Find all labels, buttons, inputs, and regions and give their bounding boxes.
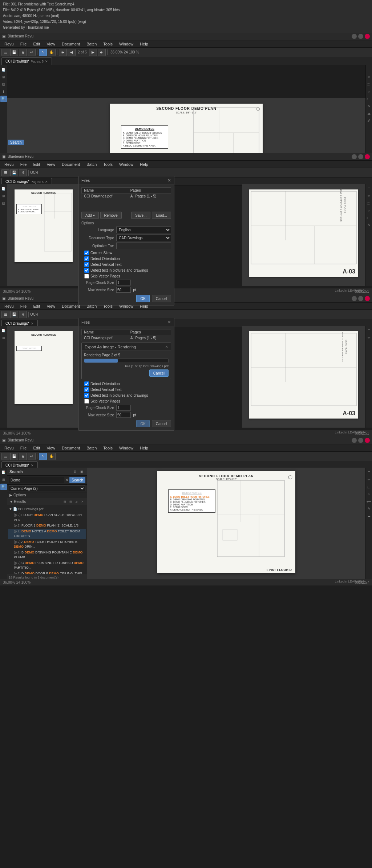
tool4-cursor[interactable]: ↖ [39, 453, 47, 460]
menu2-help[interactable]: Help [137, 161, 151, 167]
menu4-help[interactable]: Help [137, 445, 151, 451]
vector-input-3[interactable] [116, 412, 131, 418]
minimize-btn-3[interactable] [352, 296, 357, 301]
right4-tool-6[interactable]: ✎ [366, 505, 372, 512]
cb-vert-check-2[interactable] [84, 262, 89, 267]
right-tool-7[interactable]: ☁ [366, 110, 372, 117]
cb-skew-check-2[interactable] [84, 251, 89, 255]
search-clear-btn-4[interactable]: ✕ [65, 477, 69, 483]
maximize-btn-1[interactable] [358, 34, 363, 39]
menu2-revu[interactable]: Revu [1, 161, 17, 167]
sidebar2-thumbnails[interactable]: ⊞ [0, 193, 7, 199]
right4-tool-3[interactable]: ⬚ [366, 484, 372, 490]
tool4-save[interactable]: 💾 [10, 453, 18, 460]
maximize-btn-2[interactable] [358, 154, 363, 159]
tree-result-7[interactable]: (p.2) D DEMO DOOR F DEMO CEILING, THIS A… [8, 571, 86, 574]
options-expand-4[interactable]: ▶ Options [7, 492, 87, 498]
save-btn-2[interactable]: Save... [131, 212, 150, 219]
sidebar2-layers[interactable]: ◱ [0, 200, 7, 207]
right-tool-3[interactable]: ⬚ [366, 81, 372, 88]
search-header-icon-2[interactable]: ▣ [79, 469, 85, 475]
tab-cci-1[interactable]: CCI Drawings* Pages: 5 ✕ [1, 57, 52, 65]
results-collapse-all-btn[interactable]: ⊟ [68, 499, 73, 504]
sidebar4-bookmarks[interactable]: 📑 [0, 469, 7, 476]
menu3-edit[interactable]: Edit [30, 303, 43, 309]
menu-tools[interactable]: Tools [100, 41, 116, 47]
tool2-panels[interactable]: ☰ [1, 169, 9, 176]
optimize-input-2[interactable] [116, 243, 171, 249]
cb-pics-check-2[interactable] [84, 268, 89, 273]
tool3-save[interactable]: 💾 [10, 311, 18, 318]
tool4-panels[interactable]: ☰ [1, 453, 9, 460]
menu2-document[interactable]: Document [59, 161, 83, 167]
menu-edit[interactable]: Edit [30, 41, 43, 47]
tab-close-3[interactable]: ✕ [31, 322, 34, 325]
tool2-save[interactable]: 💾 [10, 169, 18, 176]
load-btn-2[interactable]: Load... [152, 212, 171, 219]
menu-help[interactable]: Help [137, 41, 151, 47]
tree-result-4[interactable]: (p.2) A DEMO TOILET ROOM FIXTURES B DEMO… [8, 539, 86, 550]
doctype-select-2[interactable]: CAD Drawings [116, 235, 171, 241]
nav-first[interactable]: ⏮ [59, 49, 67, 56]
menu2-edit[interactable]: Edit [30, 161, 43, 167]
cb-pics-check-3[interactable] [84, 393, 89, 398]
minimize-btn-4[interactable] [352, 438, 357, 443]
menu4-document[interactable]: Document [59, 445, 83, 451]
tree-result-2[interactable]: (p.2) FLOOR 1 DEMO PLAN (1) SCALE: 1/8 [8, 523, 86, 529]
sidebar-thumbnails[interactable]: ⊞ [0, 74, 7, 80]
cb-skipvec-check-2[interactable] [84, 274, 89, 279]
tool-panels[interactable]: ☰ [1, 49, 9, 56]
tool-cursor[interactable]: ↖ [39, 49, 47, 56]
tree-result-1[interactable]: (p.2) FLOOR DEMO PLAN SCALE: 1/8"=1 0 H … [8, 512, 86, 523]
menu4-batch[interactable]: Batch [84, 445, 100, 451]
remove-btn-2[interactable]: Remove [100, 212, 122, 219]
right-tool-5[interactable]: ⟵ [366, 96, 372, 102]
menu3-view[interactable]: View [44, 303, 58, 309]
right4-tool-1[interactable]: T [366, 469, 372, 476]
cb-skipvec-check-3[interactable] [84, 399, 89, 404]
tab-close-1[interactable]: ✕ [45, 60, 48, 63]
cb-orient-check-2[interactable] [84, 256, 89, 261]
right2-tool-3[interactable]: ⬚ [366, 200, 372, 207]
menu4-view[interactable]: View [44, 445, 58, 451]
tool4-pan[interactable]: ✋ [48, 453, 56, 460]
tool-pan[interactable]: ✋ [48, 49, 56, 56]
menu2-window[interactable]: Window [116, 161, 136, 167]
tree-result-3[interactable]: (p.2) DEMO NOTES A DEMO TOILET ROOM FIXT… [8, 529, 86, 539]
menu2-view[interactable]: View [44, 161, 58, 167]
tool3-panels[interactable]: ☰ [1, 311, 9, 318]
ok-btn-2[interactable]: OK [136, 295, 149, 302]
menu2-tools[interactable]: Tools [100, 161, 116, 167]
tool2-print[interactable]: 🖨 [19, 169, 27, 176]
cb-orient-check-3[interactable] [84, 381, 89, 386]
search-text-input-4[interactable] [9, 477, 64, 483]
right2-tool-2[interactable]: ✏ [366, 193, 372, 199]
tree-result-6[interactable]: (p.2) C DEMO PLUMBING FIXTURES D DEMO PA… [8, 560, 86, 571]
tool-save[interactable]: 💾 [10, 49, 18, 56]
results-clear-btn[interactable]: ✕ [80, 499, 85, 504]
menu4-edit[interactable]: Edit [30, 445, 43, 451]
sidebar2-bookmarks[interactable]: 📑 [0, 185, 7, 192]
menu-window[interactable]: Window [116, 41, 136, 47]
search-btn-4[interactable]: Search [69, 477, 85, 483]
progress-cancel-btn-3[interactable]: Cancel [149, 369, 169, 377]
menu4-file[interactable]: File [17, 445, 30, 451]
cb-vert-check-3[interactable] [84, 387, 89, 392]
sidebar4-search[interactable]: 🔍 [0, 484, 7, 490]
sidebar3-thumbnails[interactable]: ⊞ [0, 335, 7, 341]
right-tool-2[interactable]: ✏ [366, 74, 372, 80]
dialog-close-3[interactable]: ✕ [167, 320, 171, 325]
ok-btn-3[interactable]: OK [136, 420, 149, 427]
menu-batch[interactable]: Batch [84, 41, 100, 47]
sidebar-layers[interactable]: ◱ [0, 81, 7, 88]
search-header-icon-1[interactable]: ⊞ [72, 469, 78, 475]
scope-select-4[interactable]: Current Page (2) [9, 485, 85, 491]
right2-tool-1[interactable]: T [366, 185, 372, 192]
tree-result-5[interactable]: (p.2) B DEMO DRINKING FOUNTAIN C DEMO PL… [8, 550, 86, 560]
right-tool-8[interactable]: 🖊 [366, 117, 372, 124]
right4-tool-4[interactable]: ○ [366, 491, 372, 497]
cancel-btn-2[interactable]: Cancel [152, 295, 171, 302]
right4-tool-2[interactable]: ✏ [366, 476, 372, 483]
menu3-revu[interactable]: Revu [1, 303, 17, 309]
language-select-2[interactable]: English [116, 227, 171, 233]
